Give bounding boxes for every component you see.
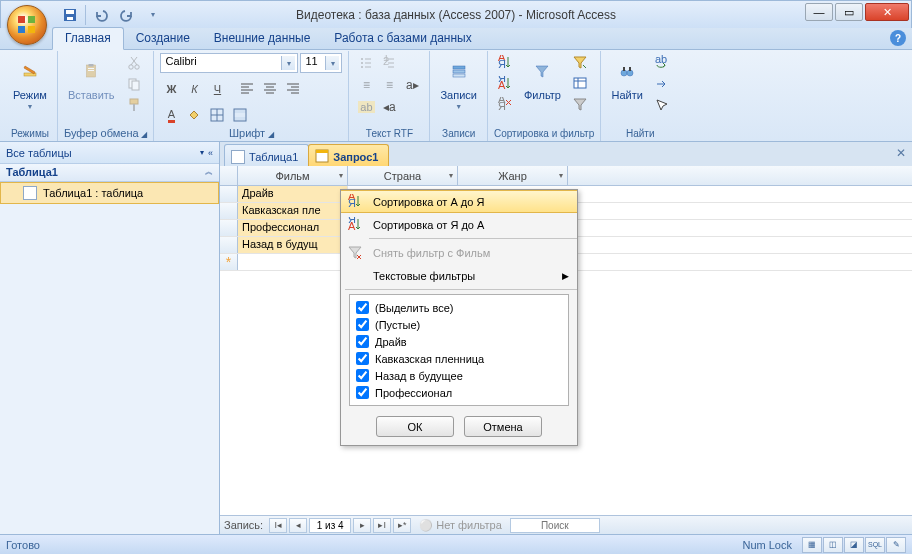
maximize-button[interactable]: ▭ — [835, 3, 863, 21]
clear-sort-icon[interactable]: АЯ — [494, 95, 516, 115]
group-label-clipboard: Буфер обмена ◢ — [64, 125, 148, 141]
filter-check-item[interactable]: (Выделить все) — [356, 299, 562, 316]
chevron-down-icon[interactable]: ▾ — [325, 56, 339, 70]
find-button[interactable]: Найти — [607, 53, 647, 103]
filter-check-item[interactable]: Кавказская пленница — [356, 350, 562, 367]
nav-group-header[interactable]: Таблица1 ︽ — [0, 164, 219, 182]
filter-check-item[interactable]: (Пустые) — [356, 316, 562, 333]
qat-more-icon[interactable]: ▾ — [142, 5, 164, 25]
bold-button[interactable]: Ж — [160, 79, 182, 99]
records-button[interactable]: Записи ▼ — [436, 53, 481, 112]
font-color-icon[interactable]: А — [160, 105, 182, 125]
italic-button[interactable]: К — [183, 79, 205, 99]
column-header-country[interactable]: Страна▾ — [348, 166, 458, 185]
minimize-button[interactable]: — — [805, 3, 833, 21]
save-icon[interactable] — [59, 5, 81, 25]
increase-indent-icon[interactable]: ≡ — [378, 75, 400, 95]
underline-button[interactable]: Ч — [206, 79, 228, 99]
first-record-button[interactable]: I◂ — [269, 518, 287, 533]
tab-external-data[interactable]: Внешние данные — [202, 28, 323, 49]
fill-color-icon[interactable] — [183, 105, 205, 125]
prev-record-button[interactable]: ◂ — [289, 518, 307, 533]
highlight-icon[interactable]: ab — [355, 97, 377, 117]
search-input[interactable] — [510, 518, 600, 533]
gridlines-icon[interactable] — [206, 105, 228, 125]
design-view-icon[interactable]: ✎ — [886, 537, 906, 553]
cut-icon[interactable] — [123, 53, 145, 73]
column-header-film[interactable]: Фильм▾ — [238, 166, 348, 185]
record-position-input[interactable] — [309, 518, 351, 533]
datasheet-view-icon[interactable]: ▦ — [802, 537, 822, 553]
close-button[interactable]: ✕ — [865, 3, 909, 21]
copy-icon[interactable] — [123, 74, 145, 94]
doc-tab-table1[interactable]: Таблица1 — [224, 144, 309, 166]
chevron-down-icon[interactable]: ▾ — [339, 171, 343, 180]
replace-icon[interactable]: ab — [651, 53, 673, 73]
chevron-down-icon[interactable]: ▾ — [449, 171, 453, 180]
ribbon-group-rtf: 12 ≡ ≡ a▸ ab ◂a Текст RTF — [349, 51, 430, 141]
ltr-icon[interactable]: a▸ — [401, 75, 423, 95]
undo-icon[interactable] — [90, 5, 112, 25]
filter-check-item[interactable]: Драйв — [356, 333, 562, 350]
chevron-up-icon[interactable]: ︽ — [205, 166, 213, 179]
align-right-icon[interactable] — [282, 79, 304, 99]
sort-desc-menuitem[interactable]: ЯА Сортировка от Я до А — [341, 213, 577, 236]
tab-database-tools[interactable]: Работа с базами данных — [322, 28, 483, 49]
chevron-down-icon[interactable]: ▾ — [559, 171, 563, 180]
close-tab-icon[interactable]: ✕ — [896, 146, 906, 160]
advanced-filter-icon[interactable] — [569, 74, 591, 94]
help-icon[interactable]: ? — [890, 30, 906, 46]
font-size-combo[interactable]: 11▾ — [300, 53, 342, 73]
nav-item-table[interactable]: Таблица1 : таблица — [0, 182, 219, 204]
quick-access-toolbar: ▾ — [53, 1, 170, 28]
format-painter-icon[interactable] — [123, 95, 145, 115]
ok-button[interactable]: ОК — [376, 416, 454, 437]
chevron-down-icon[interactable]: ▾ — [200, 148, 204, 158]
view-mode-button[interactable]: Режим ▼ — [9, 53, 51, 112]
decrease-indent-icon[interactable]: ≡ — [355, 75, 377, 95]
alt-fill-icon[interactable] — [229, 105, 251, 125]
rtl-icon[interactable]: ◂a — [378, 97, 400, 117]
select-icon[interactable] — [651, 95, 673, 115]
sort-desc-icon: ЯА — [345, 216, 365, 234]
column-header-genre[interactable]: Жанр▾ — [458, 166, 568, 185]
next-record-button[interactable]: ▸ — [353, 518, 371, 533]
text-filters-menuitem[interactable]: Текстовые фильтры ▶ — [341, 264, 577, 287]
font-name-combo[interactable]: Calibri▾ — [160, 53, 298, 73]
filter-check-item[interactable]: Профессионал — [356, 384, 562, 401]
tab-create[interactable]: Создание — [124, 28, 202, 49]
filter-button[interactable]: Фильтр — [520, 53, 565, 103]
office-button[interactable] — [7, 5, 47, 45]
selection-filter-icon[interactable] — [569, 53, 591, 73]
nav-header[interactable]: Все таблицы ▾« — [0, 142, 219, 164]
bullet-list-icon[interactable] — [355, 53, 377, 73]
paste-button[interactable]: Вставить — [64, 53, 119, 103]
goto-icon[interactable] — [651, 74, 673, 94]
select-all-corner[interactable] — [220, 166, 238, 185]
chevron-down-icon[interactable]: ▾ — [281, 56, 295, 70]
filter-check-item[interactable]: Назад в будущее — [356, 367, 562, 384]
sort-desc-icon[interactable]: ЯА — [494, 74, 516, 94]
redo-icon[interactable] — [116, 5, 138, 25]
svg-rect-39 — [623, 67, 625, 71]
new-record-button[interactable]: ▸* — [393, 518, 411, 533]
filter-checklist: (Выделить все) (Пустые) Драйв Кавказская… — [349, 294, 569, 406]
chart-view-icon[interactable]: ◪ — [844, 537, 864, 553]
title-bar: ▾ Видеотека : база данных (Access 2007) … — [0, 0, 912, 28]
sort-asc-icon[interactable]: АЯ — [494, 53, 516, 73]
last-record-button[interactable]: ▸I — [373, 518, 391, 533]
collapse-pane-icon[interactable]: « — [208, 148, 213, 158]
doc-tab-query1[interactable]: Запрос1 — [308, 144, 389, 166]
toggle-filter-icon[interactable] — [569, 95, 591, 115]
sort-asc-menuitem[interactable]: АЯ Сортировка от А до Я — [341, 190, 577, 213]
number-list-icon[interactable]: 12 — [378, 53, 400, 73]
tab-home[interactable]: Главная — [52, 27, 124, 50]
align-center-icon[interactable] — [259, 79, 281, 99]
svg-rect-5 — [66, 10, 74, 14]
cancel-button[interactable]: Отмена — [464, 416, 542, 437]
pivot-view-icon[interactable]: ◫ — [823, 537, 843, 553]
svg-rect-40 — [629, 67, 631, 71]
table-icon — [23, 186, 37, 200]
sql-view-icon[interactable]: SQL — [865, 537, 885, 553]
align-left-icon[interactable] — [236, 79, 258, 99]
